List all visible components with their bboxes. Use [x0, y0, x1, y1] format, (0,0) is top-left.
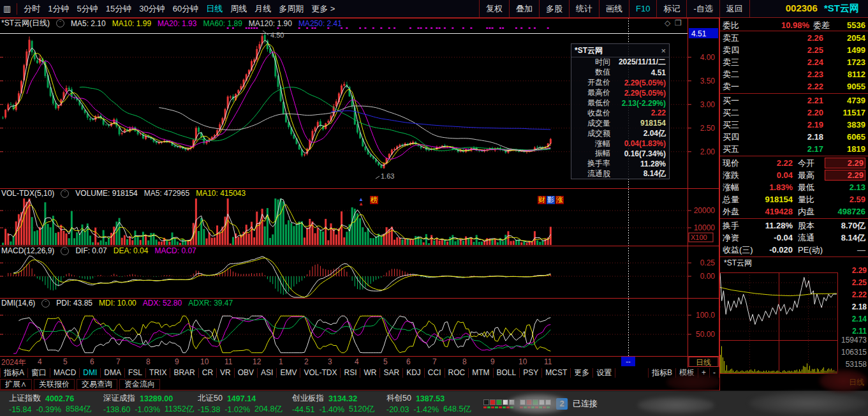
indicator-tab-MTM[interactable]: MTM [469, 368, 493, 378]
indicator-tab-RSI[interactable]: RSI [341, 368, 360, 378]
close-icon[interactable]: × [661, 46, 666, 56]
tool-button-画线[interactable]: 画线 [599, 0, 629, 17]
tooltip-row: 涨幅0.04(1.83%) [571, 138, 669, 149]
signal-triangle-icon: ▲▲ [358, 197, 364, 206]
level-label: 卖一 [723, 81, 746, 93]
indicator-tab-CR[interactable]: CR [199, 368, 217, 378]
window-menu-icon[interactable]: ▥ [0, 4, 14, 13]
indicator-tab-PSY[interactable]: PSY [520, 368, 542, 378]
marker-tag-财[interactable]: 财 [538, 196, 546, 204]
tool-button-返回[interactable]: 返回 [719, 0, 750, 17]
ask-row-4[interactable]: 卖四2.251499 [720, 44, 868, 56]
indicator-tab-KDJ[interactable]: KDJ [403, 368, 425, 378]
ask-row-3[interactable]: 卖三2.241723 [720, 56, 868, 68]
stat-value: 8.14亿 [825, 232, 865, 244]
weicha-value: 5536 [830, 20, 865, 30]
period-tab-分时[interactable]: 分时 [20, 3, 44, 15]
index-quote-深证成指[interactable]: 深证成指13289.00-138.60-1.03%11352亿 [103, 391, 198, 416]
caiyingzhang-markers[interactable]: 财影涨 [538, 196, 564, 204]
tool-button-标记[interactable]: 标记 [656, 0, 686, 17]
indicator-tab-设置[interactable]: 设置 [593, 368, 615, 378]
indicator-tab-OBV[interactable]: OBV [235, 368, 258, 378]
extension-tab-资金流向[interactable]: 资金流向 [119, 379, 160, 390]
indicator-tab--[interactable]: - [710, 368, 719, 378]
marker-tag-涨[interactable]: 涨 [555, 196, 564, 204]
month-label: 11 [544, 357, 552, 366]
indicator-tab-指标B[interactable]: 指标B [648, 368, 676, 378]
divider [720, 31, 868, 31]
indicator-tab-+[interactable]: + [698, 368, 710, 378]
tooltip-row-label: 最高价 [575, 87, 610, 98]
connection-badge[interactable]: 2 [556, 398, 568, 410]
level-price: 2.26 [746, 33, 823, 43]
marker-tag-影[interactable]: 影 [547, 196, 555, 204]
stat-row: 换手11.28%股本8.70亿 [720, 219, 868, 232]
bid-row-2[interactable]: 买二2.2011517 [720, 107, 868, 119]
heat-block [496, 399, 502, 405]
bang-marker[interactable]: 榜 [370, 196, 378, 204]
split-window-icon[interactable]: ❐ [675, 19, 682, 27]
indicator-tab-VR[interactable]: VR [217, 368, 235, 378]
indicator-tab-ROC[interactable]: ROC [445, 368, 469, 378]
diamond-icon[interactable]: ◇ [665, 19, 670, 27]
indicator-tab-WR[interactable]: WR [360, 368, 380, 378]
quote-row[interactable]: 委比10.98%委差5536 [720, 19, 868, 31]
indicator-tab-SAR[interactable]: SAR [380, 368, 403, 378]
index-quote-创业板指[interactable]: 创业板指3134.32-44.51-1.40%5120亿 [292, 391, 386, 416]
minichart-svg[interactable]: 2.292.252.222.182.142.111594731063155315… [720, 253, 868, 390]
period-tab-日线[interactable]: 日线 [202, 3, 226, 15]
period-tab-1分钟[interactable]: 1分钟 [44, 3, 73, 15]
tool-button-F10[interactable]: F10 [629, 0, 656, 17]
month-label: 1 [279, 357, 283, 366]
mini-period-label[interactable]: 日线 [849, 378, 864, 387]
indicator-tab-TRIX[interactable]: TRIX [146, 368, 170, 378]
period-tab-更多 >[interactable]: 更多 > [307, 3, 339, 15]
period-tab-周线[interactable]: 周线 [226, 3, 251, 15]
indicator-tab-更多[interactable]: 更多 [571, 368, 593, 378]
index-quote-科创50[interactable]: 科创501387.53-20.03-1.42%648.5亿 [386, 391, 481, 416]
tool-button-叠加[interactable]: 叠加 [509, 0, 539, 17]
extension-tab-扩展∧[interactable]: 扩展∧ [0, 379, 32, 390]
extension-tab-关联报价[interactable]: 关联报价 [34, 379, 75, 390]
tool-button--自选[interactable]: -自选 [686, 0, 719, 17]
bid-row-1[interactable]: 买一2.214739 [720, 94, 868, 107]
level-volume: 2054 [823, 33, 865, 43]
stat-row: 总量918154量比2.59 [720, 193, 868, 205]
ask-row-5[interactable]: 卖五2.262054 [720, 32, 868, 44]
indicator-tab-BRAR[interactable]: BRAR [170, 368, 198, 378]
indicator-tab-DMA[interactable]: DMA [101, 368, 125, 378]
indicator-tab-窗口[interactable]: 窗口 [28, 368, 50, 378]
indicator-tab-CCI[interactable]: CCI [425, 368, 445, 378]
index-quote-上证指数[interactable]: 上证指数4002.76-15.84-0.39%8584亿 [9, 391, 103, 416]
level-volume: 9055 [823, 82, 865, 91]
tooltip-row-label: 振幅 [575, 148, 610, 159]
period-tab-月线[interactable]: 月线 [251, 3, 275, 15]
index-quote-北证50[interactable]: 北证501497.14-15.38-1.02%204.8亿 [198, 391, 292, 416]
period-tab-15分钟[interactable]: 15分钟 [102, 3, 135, 15]
bid-row-5[interactable]: 买五2.171819 [720, 143, 868, 155]
indicator-tab-FSL[interactable]: FSL [125, 368, 146, 378]
tool-button-统计[interactable]: 统计 [569, 0, 599, 17]
period-tab-60分钟[interactable]: 60分钟 [169, 3, 202, 15]
indicator-tab-BOLL[interactable]: BOLL [494, 368, 520, 378]
indicator-tab-VOL-TDX[interactable]: VOL-TDX [300, 368, 341, 378]
ask-row-2[interactable]: 卖二2.238112 [720, 68, 868, 80]
extension-tab-交易查询[interactable]: 交易查询 [77, 379, 117, 390]
period-tab-5分钟[interactable]: 5分钟 [73, 3, 102, 15]
indicator-tab-ASI[interactable]: ASI [258, 368, 277, 378]
stat-row: 涨幅1.83%最低2.13 [720, 181, 868, 193]
bid-row-4[interactable]: 买四2.186065 [720, 131, 868, 143]
indicator-tab-MACD[interactable]: MACD [50, 368, 80, 378]
heat-tick [543, 406, 546, 408]
indicator-tab-EMV[interactable]: EMV [277, 368, 300, 378]
ask-row-1[interactable]: 卖一2.229055 [720, 80, 868, 93]
tool-button-复权[interactable]: 复权 [479, 0, 509, 17]
indicator-tab-DMI[interactable]: DMI [80, 368, 101, 378]
indicator-tab-指标A[interactable]: 指标A [0, 368, 28, 378]
bid-row-3[interactable]: 买三2.193839 [720, 119, 868, 131]
tool-button-多股[interactable]: 多股 [539, 0, 569, 17]
indicator-tab-MCST[interactable]: MCST [542, 368, 571, 378]
indicator-tab-模板[interactable]: 模板 [676, 368, 698, 378]
period-tab-30分钟[interactable]: 30分钟 [135, 3, 168, 15]
period-tab-多周期[interactable]: 多周期 [275, 3, 307, 15]
